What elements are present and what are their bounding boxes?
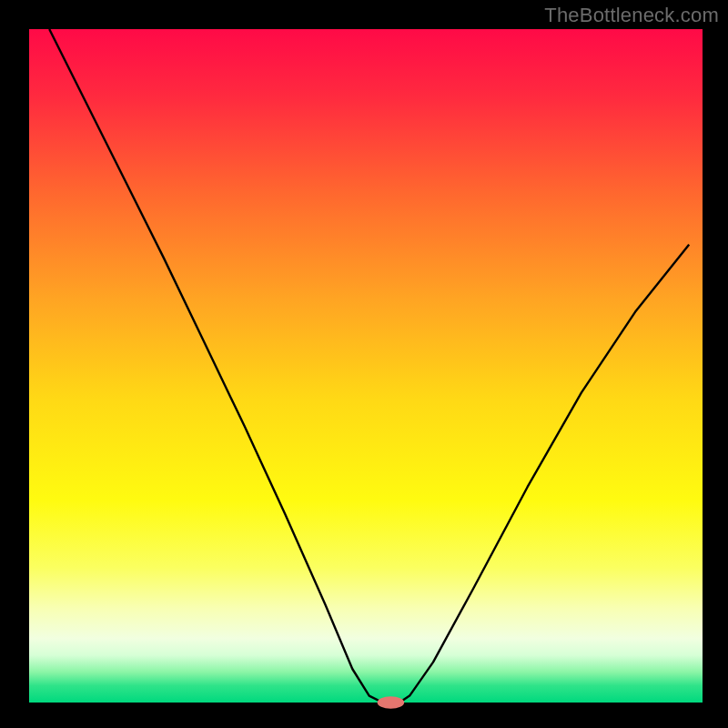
watermark-text: TheBottleneck.com — [544, 4, 719, 27]
chart-frame: TheBottleneck.com — [0, 0, 728, 728]
plot-background — [29, 29, 703, 703]
bottleneck-chart — [0, 0, 728, 728]
optimal-range-marker — [378, 696, 405, 708]
